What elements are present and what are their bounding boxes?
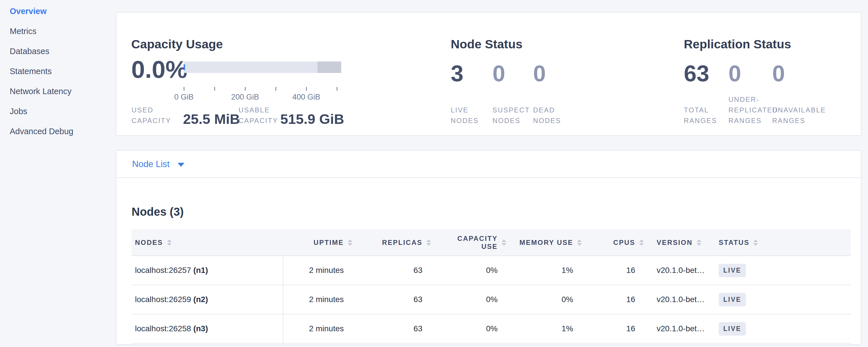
node-address-link[interactable]: localhost:26258 (n3) [135,324,208,333]
column-header-label: VERSION [657,239,693,247]
column-header-label: UPTIME [313,239,344,247]
node-address-link[interactable]: localhost:26257 (n1) [135,266,208,275]
sort-icon [753,240,758,246]
summary-stat-label: SUSPECT NODES [493,94,533,126]
node-status-title: Node Status [451,37,523,51]
capacity-bar-other-segment [317,62,341,73]
usable-capacity-label: USABLE CAPACITY [239,105,280,126]
cluster-overview-page: OverviewMetricsDatabasesStatementsNetwor… [0,0,868,347]
capacity-bar-used-segment [184,64,185,70]
sidebar-item-network-latency[interactable]: Network Latency [10,87,116,96]
column-header-replicas[interactable]: REPLICAS [352,229,431,256]
replicas-cell: 63 [352,285,431,314]
summary-stat: 0 SUSPECT NODES [493,59,533,126]
node-address-link[interactable]: localhost:26259 (n2) [135,295,208,304]
sort-icon [348,240,352,246]
summary-stat: 0 DEAD NODES [533,59,582,126]
sort-icon [697,240,701,246]
node-list-card: Node List Nodes (3) NODES UPTIME [116,150,861,345]
usable-capacity-value: 515.9 GiB [280,112,344,126]
table-body: localhost:26257 (n1) 2 minutes 63 0% 1% … [131,256,851,343]
column-header-capacity_use[interactable]: CAPACITY USE [431,229,506,256]
summary-stat-value: 0 [772,59,827,88]
node-list-dropdown[interactable]: Node List [132,160,184,168]
usable-capacity-stat: USABLE CAPACITY 515.9 GiB [239,105,344,126]
table-row[interactable]: localhost:26258 (n3) 2 minutes 63 0% 1% … [131,314,851,343]
memory-use-cell: 1% [506,256,582,285]
sidebar-item-jobs[interactable]: Jobs [10,107,116,116]
summary-stat-label: UNDER- REPLICATED RANGES [728,94,772,126]
uptime-cell: 2 minutes [283,285,352,314]
column-header-version[interactable]: VERSION [644,229,706,256]
sort-icon [502,240,506,246]
table-row[interactable]: localhost:26257 (n1) 2 minutes 63 0% 1% … [131,256,851,285]
summary-stat-label: UNAVAILABLE RANGES [772,94,827,126]
column-header-memory_use[interactable]: MEMORY USE [506,229,582,256]
column-header-cpus[interactable]: CPUS [582,229,644,256]
summary-stat-label: TOTAL RANGES [684,94,728,126]
sidebar-item-statements[interactable]: Statements [10,67,116,75]
sidebar-item-databases[interactable]: Databases [10,47,116,56]
status-badge: LIVE [719,293,746,306]
column-header-label: NODES [135,239,163,247]
node-status-stats: 3 LIVE NODES 0 SUSPECT NODES 0 DEAD NODE… [451,59,582,126]
sort-icon [577,240,582,246]
nodes-table: NODES UPTIME REPLICAS CAPACITY USE MEMOR… [131,229,851,344]
axis-tick [306,87,307,91]
sidebar-nav: OverviewMetricsDatabasesStatementsNetwor… [0,0,116,347]
summary-stat: 3 LIVE NODES [451,59,493,126]
used-capacity-label: USED CAPACITY [131,105,183,126]
summary-stat-value: 0 [533,59,582,88]
capacity-use-cell: 0% [431,285,506,314]
memory-use-cell: 0% [506,285,582,314]
cpus-cell: 16 [582,314,644,343]
summary-stat-value: 0 [728,59,772,88]
column-header-label: CAPACITY USE [457,234,498,251]
table-header-row: NODES UPTIME REPLICAS CAPACITY USE MEMOR… [131,229,851,256]
column-header-uptime[interactable]: UPTIME [283,229,352,256]
cpus-cell: 16 [582,256,644,285]
axis-tick-label: 200 GiB [231,93,259,101]
capacity-used-percent: 0.0% [131,56,187,82]
capacity-usage-title: Capacity Usage [131,37,223,51]
axis-tick [337,87,338,91]
sidebar-item-overview[interactable]: Overview [10,7,116,15]
node-list-body: Nodes (3) NODES UPTIME REPLICAS [116,178,861,344]
axis-tick [245,87,246,91]
uptime-cell: 2 minutes [283,256,352,285]
capacity-usage-bar [184,62,341,73]
summary-stat-value: 0 [493,59,533,88]
replication-status-title: Replication Status [684,37,791,51]
status-badge: LIVE [719,264,746,277]
column-header-status[interactable]: STATUS [706,229,851,256]
summary-stat-value: 3 [451,59,493,88]
cpus-cell: 16 [582,285,644,314]
sort-icon [427,240,431,246]
axis-tick [184,87,184,91]
column-header-label: REPLICAS [382,239,423,247]
summary-stat: 0 UNAVAILABLE RANGES [772,59,827,126]
summary-stat: 63 TOTAL RANGES [684,59,728,126]
used-capacity-value: 25.5 MiB [183,112,240,126]
summary-stat-label: DEAD NODES [533,94,582,126]
axis-tick-label: 0 GiB [174,93,194,101]
nodes-table-title: Nodes (3) [131,206,850,218]
node-list-header: Node List [116,151,861,178]
sidebar-item-metrics[interactable]: Metrics [10,27,116,35]
column-header-label: STATUS [719,239,749,247]
summary-stat-label: LIVE NODES [451,94,493,126]
capacity-bar-axis: 0 GiB200 GiB400 GiB [184,87,341,104]
column-header-label: CPUS [613,239,635,247]
version-cell: v20.1.0-bet… [644,256,706,285]
cluster-summary-card: Capacity Usage 0.0% 0 GiB200 GiB400 GiB … [116,12,861,136]
version-cell: v20.1.0-bet… [644,285,706,314]
table-row[interactable]: localhost:26259 (n2) 2 minutes 63 0% 0% … [131,285,851,314]
column-header-node[interactable]: NODES [131,229,283,256]
uptime-cell: 2 minutes [283,314,352,343]
sidebar-item-advanced-debug[interactable]: Advanced Debug [10,127,116,135]
replicas-cell: 63 [352,314,431,343]
column-header-label: MEMORY USE [519,239,573,247]
capacity-use-cell: 0% [431,256,506,285]
replication-status-stats: 63 TOTAL RANGES 0 UNDER- REPLICATED RANG… [684,59,827,126]
axis-tick [214,87,215,91]
